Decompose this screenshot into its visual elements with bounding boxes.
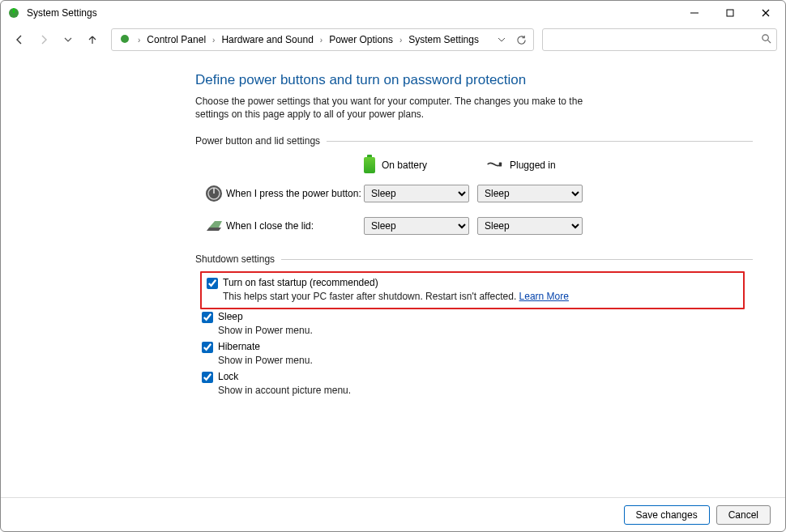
column-header-plugged: Plugged in [510,160,556,171]
maximize-button[interactable] [712,1,748,25]
power-button-battery-select[interactable]: Do nothingSleepHibernateShut down [364,185,469,202]
lid-label: When I close the lid: [226,220,364,232]
svg-rect-1 [13,8,15,13]
breadcrumb-item[interactable]: Hardware and Sound [218,32,316,47]
page-title: Define power buttons and turn on passwor… [195,72,753,88]
address-dropdown-button[interactable] [493,31,510,49]
shutdown-list: Turn on fast startup (recommended) This … [195,271,753,396]
titlebar: System Settings [1,1,785,25]
nav-back-button[interactable] [9,29,30,50]
save-button[interactable]: Save changes [624,505,710,525]
fast-startup-label: Turn on fast startup (recommended) [223,277,378,288]
app-icon [7,6,20,19]
power-lid-grid: On battery Plugged in When I press the p… [202,153,753,242]
minimize-button[interactable] [677,1,712,25]
lid-row: When I close the lid: Do nothingSleepHib… [202,210,753,242]
lock-label: Lock [218,371,238,382]
column-header-battery: On battery [382,160,427,171]
hibernate-desc: Show in Power menu. [218,355,753,366]
lock-desc: Show in account picture menu. [218,385,753,396]
nav-forward-button[interactable] [33,29,54,50]
battery-icon [364,157,375,173]
chevron-right-icon[interactable]: › [136,36,142,45]
svg-line-8 [767,40,771,43]
section-label-shutdown: Shutdown settings [195,253,275,265]
refresh-button[interactable] [512,31,530,49]
lid-plugged-select[interactable]: Do nothingSleepHibernateShut down [477,217,583,235]
search-box[interactable] [542,28,777,51]
chevron-right-icon[interactable]: › [318,36,324,45]
page-description: Choose the power settings that you want … [195,95,584,121]
svg-rect-9 [499,163,502,167]
plug-icon [485,160,503,171]
breadcrumb-item[interactable]: Control Panel [143,32,209,47]
nav-up-button[interactable] [82,29,103,50]
breadcrumb-item[interactable]: System Settings [405,32,482,47]
chevron-right-icon[interactable]: › [211,36,216,45]
nav-recent-button[interactable] [58,29,79,50]
svg-rect-3 [727,10,733,16]
fast-startup-highlight: Turn on fast startup (recommended) This … [200,271,745,309]
hibernate-label: Hibernate [218,341,260,352]
lid-icon [202,216,226,236]
power-button-label: When I press the power button: [226,188,364,199]
content-area: Define power buttons and turn on passwor… [1,57,785,496]
power-button-icon [202,184,226,203]
fast-startup-desc: This helps start your PC faster after sh… [223,291,519,302]
fast-startup-checkbox[interactable] [207,278,218,289]
sleep-label: Sleep [218,311,243,322]
power-button-plugged-select[interactable]: Do nothingSleepHibernateShut down [477,185,583,202]
address-icon [115,31,135,49]
lid-battery-select[interactable]: Do nothingSleepHibernateShut down [364,217,469,235]
breadcrumb-item[interactable]: Power Options [326,32,396,47]
svg-point-7 [763,35,768,40]
search-icon[interactable] [761,33,771,46]
svg-point-6 [121,35,129,43]
search-input[interactable] [548,34,761,45]
cancel-button[interactable]: Cancel [716,505,771,525]
address-bar[interactable]: › Control Panel › Hardware and Sound › P… [111,28,534,51]
sleep-checkbox[interactable] [202,312,213,323]
close-button[interactable] [748,1,784,25]
chevron-right-icon[interactable]: › [398,36,404,45]
lock-checkbox[interactable] [202,372,213,383]
window-title: System Settings [27,7,97,19]
learn-more-link[interactable]: Learn More [519,291,569,302]
navbar: › Control Panel › Hardware and Sound › P… [1,25,785,54]
hibernate-checkbox[interactable] [202,342,213,353]
footer: Save changes Cancel [1,497,785,531]
section-label-power-lid: Power button and lid settings [195,135,320,147]
sleep-desc: Show in Power menu. [218,325,753,336]
power-button-row: When I press the power button: Do nothin… [202,177,753,210]
